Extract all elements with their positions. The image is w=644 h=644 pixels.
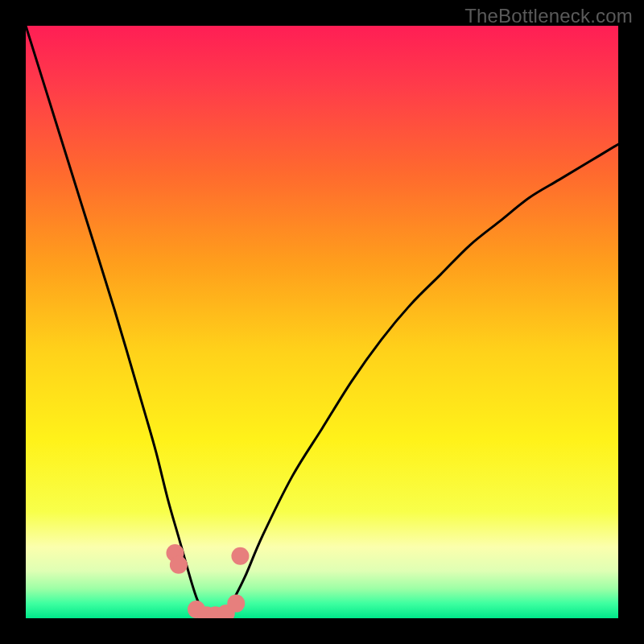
plot-area — [26, 26, 618, 618]
chart-svg — [26, 26, 618, 618]
salmon-marker — [231, 547, 249, 565]
watermark-text: TheBottleneck.com — [464, 5, 633, 27]
gradient-background — [26, 26, 618, 618]
salmon-marker — [227, 595, 245, 613]
salmon-marker — [170, 556, 188, 574]
chart-frame: TheBottleneck.com — [0, 0, 644, 644]
